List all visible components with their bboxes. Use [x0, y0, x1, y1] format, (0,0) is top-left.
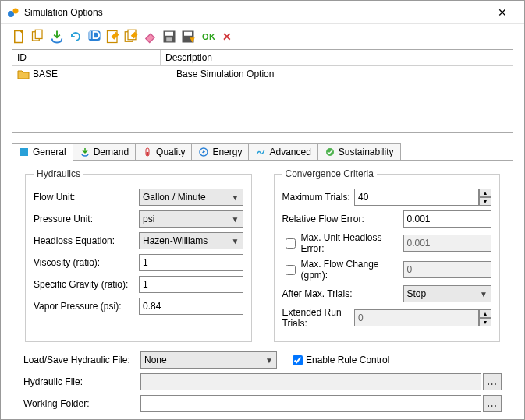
tab-demand[interactable]: Demand: [73, 143, 136, 160]
chevron-down-icon: ▼: [232, 215, 239, 224]
row-desc: Base Simulation Option: [176, 69, 508, 79]
load-save-select[interactable]: None▼: [140, 351, 277, 369]
max-unit-hl-label: Max. Unit Headloss Error:: [282, 232, 403, 254]
demand-icon: [80, 146, 90, 157]
convergence-legend: Convergence Criteria: [282, 168, 377, 179]
folder-icon: [17, 69, 30, 79]
svg-rect-12: [166, 37, 172, 41]
headloss-label: Headloss Equation:: [34, 235, 139, 246]
erase-icon[interactable]: [143, 29, 158, 44]
close-button[interactable]: ✕: [487, 3, 518, 22]
enable-rule-label: Enable Rule Control: [306, 355, 389, 365]
chevron-down-icon: ▼: [232, 237, 239, 245]
pressure-unit-label: Pressure Unit:: [34, 214, 139, 224]
rel-flow-label: Relative Flow Error:: [282, 214, 403, 224]
window: Simulation Options ✕ ID OK ✕ ID Descript…: [0, 0, 525, 420]
headloss-select[interactable]: Hazen-Williams▼: [139, 232, 243, 249]
ext-run-spinner: ▲▼: [354, 309, 491, 326]
tab-sustainability[interactable]: Sustainability: [317, 143, 401, 160]
tab-general[interactable]: General: [12, 143, 73, 161]
max-trials-label: Maximum Trials:: [282, 192, 355, 203]
working-folder-label: Working Folder:: [23, 398, 140, 409]
titlebar: Simulation Options ✕: [1, 1, 524, 24]
save-icon[interactable]: [161, 29, 177, 44]
viscosity-label: Viscosity (ratio):: [34, 257, 139, 268]
tab-demand-label: Demand: [94, 146, 129, 157]
chevron-down-icon: ▼: [265, 356, 273, 365]
max-flow-chg-checkbox[interactable]: [286, 265, 296, 275]
import-icon[interactable]: [49, 29, 65, 44]
list-header: ID Description: [12, 50, 513, 66]
ext-run-label: Extended Run Trials:: [282, 307, 355, 329]
save-as-icon[interactable]: [180, 29, 196, 44]
chevron-down-icon: ▼: [232, 193, 239, 202]
tab-energy-label: Energy: [212, 146, 242, 157]
svg-rect-14: [184, 32, 192, 36]
viscosity-input[interactable]: [139, 254, 243, 271]
sg-input[interactable]: [139, 276, 243, 293]
hydraulic-file-label: Hydraulic File:: [23, 376, 140, 387]
after-max-label: After Max. Trials:: [282, 288, 403, 299]
app-icon: [7, 6, 20, 19]
spin-up-icon[interactable]: ▲: [479, 309, 491, 318]
refresh-icon[interactable]: [68, 29, 83, 44]
max-trials-spinner[interactable]: ▲▼: [354, 189, 491, 206]
window-title: Simulation Options: [24, 7, 487, 18]
tab-advanced[interactable]: Advanced: [248, 143, 317, 160]
general-icon: [19, 146, 30, 157]
svg-rect-15: [20, 148, 28, 156]
chevron-down-icon: ▼: [480, 290, 488, 298]
working-folder-input[interactable]: [140, 395, 481, 412]
svg-text:ID: ID: [89, 29, 101, 41]
copy-icon[interactable]: [30, 29, 46, 44]
max-unit-hl-input: [403, 235, 492, 252]
tab-quality[interactable]: Quality: [135, 143, 192, 160]
svg-rect-11: [165, 32, 173, 36]
cancel-button[interactable]: ✕: [222, 30, 232, 43]
flow-unit-select[interactable]: Gallon / Minute▼: [139, 189, 243, 206]
vapor-input[interactable]: [139, 298, 243, 315]
edit-icon[interactable]: [105, 29, 121, 44]
new-icon[interactable]: [12, 29, 27, 44]
load-save-label: Load/Save Hydraulic File:: [23, 355, 140, 365]
max-flow-chg-label: Max. Flow Change (gpm):: [282, 259, 403, 281]
tab-general-label: General: [33, 146, 66, 157]
enable-rule-checkbox[interactable]: [293, 355, 303, 365]
col-id-header[interactable]: ID: [12, 50, 161, 65]
vapor-label: Vapor Pressure (psi):: [34, 301, 139, 312]
rel-flow-input[interactable]: [403, 210, 492, 228]
tab-advanced-label: Advanced: [269, 146, 310, 157]
tabbar: General Demand Quality Energy Advanced S…: [12, 143, 513, 160]
svg-point-1: [13, 8, 19, 13]
id-tag-icon[interactable]: ID: [87, 29, 102, 44]
spin-down-icon[interactable]: ▼: [479, 197, 491, 206]
sg-label: Specific Gravity (ratio):: [34, 279, 139, 290]
flow-unit-label: Flow Unit:: [34, 192, 139, 203]
max-flow-chg-input: [403, 261, 492, 278]
tab-panel-general: Hydraulics Flow Unit: Gallon / Minute▼ P…: [12, 160, 513, 401]
tab-quality-label: Quality: [156, 146, 185, 157]
enable-rule-control[interactable]: Enable Rule Control: [293, 355, 389, 365]
options-list[interactable]: ID Description BASE Base Simulation Opti…: [12, 49, 513, 133]
energy-icon: [198, 146, 209, 157]
hydraulics-group: Hydraulics Flow Unit: Gallon / Minute▼ P…: [25, 168, 252, 342]
edit-all-icon[interactable]: [124, 29, 140, 44]
max-unit-hl-checkbox[interactable]: [286, 238, 296, 249]
sustainability-icon: [325, 146, 335, 157]
browse-working-folder-button[interactable]: ...: [483, 395, 502, 412]
svg-rect-17: [147, 152, 149, 156]
tab-energy[interactable]: Energy: [191, 143, 249, 160]
advanced-icon: [255, 146, 266, 157]
spin-down-icon[interactable]: ▼: [479, 318, 491, 326]
bottom-section: Load/Save Hydraulic File: None▼ Enable R…: [23, 351, 502, 412]
pressure-unit-select[interactable]: psi▼: [139, 210, 243, 228]
toolbar: ID OK ✕: [1, 24, 524, 49]
hydraulic-file-input: [140, 373, 481, 390]
list-row[interactable]: BASE Base Simulation Option: [12, 66, 513, 82]
tab-sustainability-label: Sustainability: [339, 146, 394, 157]
spin-up-icon[interactable]: ▲: [479, 189, 491, 197]
browse-hydraulic-file-button[interactable]: ...: [483, 373, 502, 390]
col-desc-header[interactable]: Description: [161, 50, 513, 65]
ok-button[interactable]: OK: [202, 32, 216, 41]
after-max-select[interactable]: Stop▼: [403, 285, 492, 302]
